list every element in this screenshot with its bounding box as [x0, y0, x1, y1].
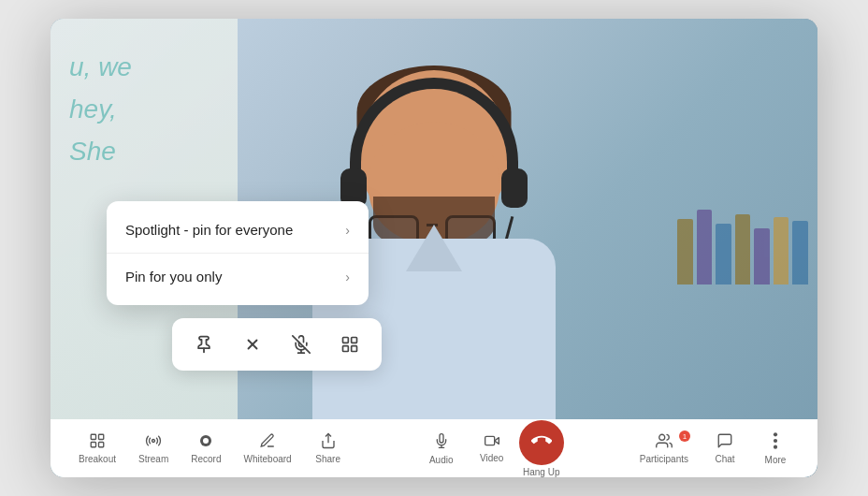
grid-button[interactable] — [333, 328, 367, 361]
chat-label: Chat — [715, 454, 734, 464]
svg-rect-10 — [91, 434, 95, 439]
hangup-icon — [531, 430, 552, 454]
record-label: Record — [191, 454, 221, 464]
toolbar-left: Breakout Stream — [69, 427, 352, 470]
whiteboard-label: Whiteboard — [244, 454, 292, 464]
stream-button[interactable]: Stream — [129, 427, 178, 470]
chat-icon — [716, 432, 734, 452]
svg-point-16 — [203, 438, 209, 444]
svg-point-22 — [659, 434, 665, 440]
svg-rect-9 — [352, 346, 357, 352]
video-icon — [483, 433, 501, 451]
svg-rect-7 — [352, 338, 357, 343]
mute-button[interactable] — [284, 328, 318, 361]
svg-rect-13 — [99, 443, 104, 447]
pin-chevron-icon: › — [345, 270, 350, 284]
more-button[interactable]: More — [752, 426, 799, 471]
bottom-toolbar: Breakout Stream — [51, 419, 817, 477]
participants-label: Participants — [640, 454, 688, 464]
share-label: Share — [315, 454, 340, 464]
hangup-label: Hang Up — [523, 467, 559, 477]
svg-rect-8 — [343, 346, 349, 352]
svg-rect-6 — [343, 338, 349, 343]
record-button[interactable]: Record — [181, 427, 230, 470]
headphone-right — [501, 168, 528, 208]
close-button[interactable] — [236, 328, 269, 361]
person-collar — [406, 225, 462, 271]
hangup-wrapper: Hang Up — [519, 420, 564, 477]
hangup-button[interactable] — [519, 420, 564, 465]
app-container: u, we hey, She — [51, 19, 817, 477]
person-head — [359, 70, 509, 229]
video-frame: u, we hey, She — [51, 19, 817, 477]
share-icon — [320, 432, 337, 452]
audio-button[interactable]: Audio — [418, 426, 465, 471]
whiteboard-icon — [259, 432, 276, 452]
svg-rect-21 — [485, 436, 494, 445]
breakout-label: Breakout — [79, 454, 116, 464]
audio-label: Audio — [429, 455, 454, 465]
video-label: Video — [480, 453, 503, 463]
participants-icon — [654, 432, 674, 452]
context-menu-item-spotlight[interactable]: Spotlight - pin for everyone › — [107, 207, 369, 254]
svg-rect-12 — [91, 443, 95, 447]
toolbar-right: 1 Participants Chat — [630, 426, 799, 471]
more-icon — [773, 431, 778, 453]
stream-label: Stream — [138, 454, 168, 464]
share-button[interactable]: Share — [305, 427, 352, 470]
spotlight-chevron-icon: › — [345, 223, 350, 238]
context-menu: Spotlight - pin for everyone › Pin for y… — [107, 201, 369, 305]
breakout-icon — [89, 432, 106, 452]
context-menu-item-pin[interactable]: Pin for you only › — [107, 254, 369, 299]
svg-point-23 — [774, 432, 777, 436]
svg-point-25 — [774, 445, 777, 449]
participants-button[interactable]: 1 Participants — [630, 427, 698, 470]
record-icon — [197, 432, 214, 452]
participants-badge: 1 — [679, 430, 690, 442]
stream-icon — [144, 432, 163, 452]
more-label: More — [765, 455, 787, 465]
video-button[interactable]: Video — [469, 428, 515, 469]
svg-point-24 — [774, 439, 777, 443]
audio-icon — [434, 431, 449, 453]
svg-marker-20 — [494, 438, 499, 445]
chat-button[interactable]: Chat — [702, 427, 748, 470]
whiteboard-button[interactable]: Whiteboard — [235, 427, 301, 470]
breakout-button[interactable]: Breakout — [69, 427, 125, 470]
svg-rect-11 — [99, 434, 104, 439]
pin-button[interactable] — [187, 328, 221, 361]
spotlight-label: Spotlight - pin for everyone — [125, 222, 293, 238]
pin-label: Pin for you only — [125, 269, 222, 284]
svg-point-14 — [152, 440, 155, 443]
pin-toolbar — [172, 318, 382, 371]
toolbar-center: Audio Video — [418, 420, 564, 477]
